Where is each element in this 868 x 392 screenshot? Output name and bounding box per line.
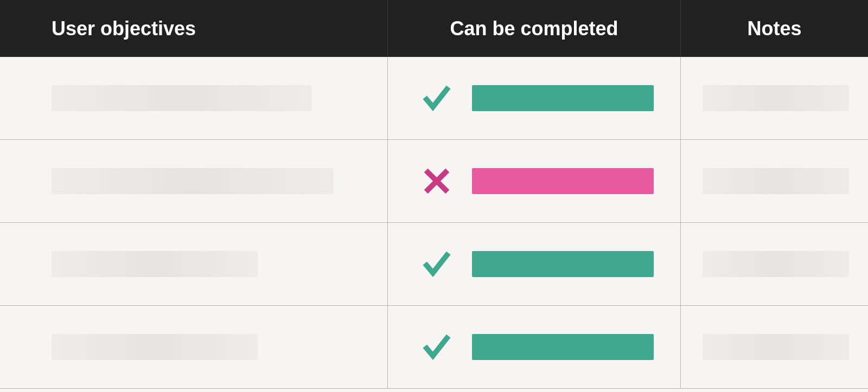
- header-label: Can be completed: [450, 17, 618, 40]
- check-icon: [420, 331, 453, 363]
- placeholder-block: [703, 168, 849, 194]
- placeholder-block: [52, 251, 258, 277]
- column-header-completed: Can be completed: [388, 0, 681, 57]
- table-cell-status: [388, 223, 681, 306]
- objectives-table: User objectives Can be completed Notes: [0, 0, 868, 389]
- table-cell-notes: [681, 223, 868, 306]
- status-bar-fail: [472, 168, 654, 194]
- table-cell-notes: [681, 140, 868, 223]
- table-cell-status: [388, 140, 681, 223]
- table-cell-objective: [0, 57, 388, 140]
- placeholder-block: [703, 85, 849, 111]
- placeholder-block: [703, 251, 849, 277]
- placeholder-block: [52, 334, 258, 360]
- table-cell-notes: [681, 57, 868, 140]
- cross-icon: [420, 165, 453, 197]
- column-header-notes: Notes: [681, 0, 868, 57]
- table-cell-objective: [0, 306, 388, 389]
- header-label: Notes: [747, 17, 801, 40]
- status-bar-pass: [472, 251, 654, 277]
- status-bar-pass: [472, 334, 654, 360]
- check-icon: [420, 82, 453, 114]
- column-header-objectives: User objectives: [0, 0, 388, 57]
- status-bar-pass: [472, 85, 654, 111]
- check-icon: [420, 248, 453, 280]
- table-cell-status: [388, 57, 681, 140]
- placeholder-block: [703, 334, 849, 360]
- table-cell-objective: [0, 223, 388, 306]
- table-cell-notes: [681, 306, 868, 389]
- table-cell-objective: [0, 140, 388, 223]
- header-label: User objectives: [52, 17, 196, 40]
- table-cell-status: [388, 306, 681, 389]
- placeholder-block: [52, 168, 334, 194]
- placeholder-block: [52, 85, 312, 111]
